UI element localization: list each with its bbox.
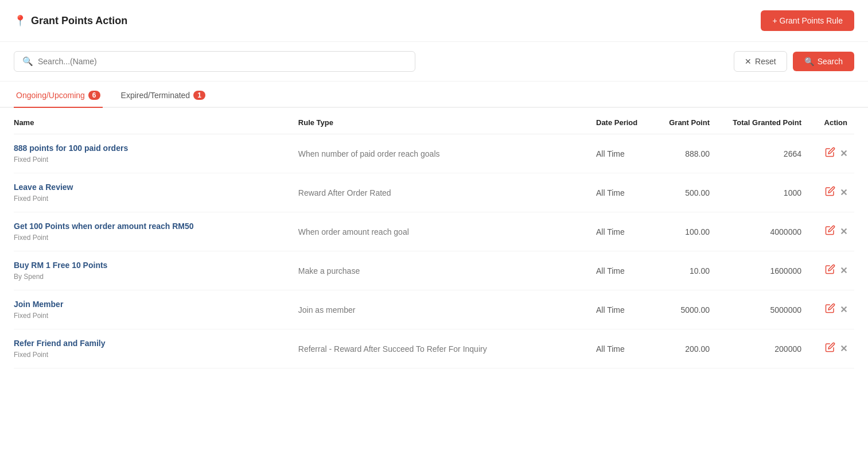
search-icon: 🔍 xyxy=(22,56,33,67)
row-name-3: Buy RM 1 Free 10 Points xyxy=(14,261,291,270)
cell-rule-type-0: When number of paid order reach goals xyxy=(298,134,596,173)
action-cell-5: ✕ xyxy=(808,342,847,355)
cell-total-granted-3: 1600000 xyxy=(717,251,808,290)
reset-button[interactable]: ✕ Reset xyxy=(734,51,787,72)
cell-grant-point-4: 5000.00 xyxy=(653,290,717,329)
page-header: 📍 Grant Points Action + Grant Points Rul… xyxy=(0,0,868,42)
table-header-row: Name Rule Type Date Period Grant Point T… xyxy=(14,108,854,134)
search-button[interactable]: 🔍 Search xyxy=(793,52,854,71)
delete-button-4[interactable]: ✕ xyxy=(840,304,847,315)
delete-button-5[interactable]: ✕ xyxy=(840,343,847,354)
tab-ongoing-label: Ongoing/Upcoming xyxy=(16,91,85,100)
date-period-val-2: All Time xyxy=(596,227,625,236)
add-grant-points-rule-button[interactable]: + Grant Points Rule xyxy=(761,10,854,31)
cell-date-period-1: All Time xyxy=(596,173,653,212)
row-name-0: 888 points for 100 paid orders xyxy=(14,143,291,153)
row-name-1: Leave a Review xyxy=(14,183,291,192)
rule-type-text-4: Join as member xyxy=(298,305,356,315)
rule-type-text-0: When number of paid order reach goals xyxy=(298,149,440,158)
table-row: Get 100 Points when order amount reach R… xyxy=(14,212,854,251)
delete-button-2[interactable]: ✕ xyxy=(840,226,847,237)
cell-grant-point-1: 500.00 xyxy=(653,173,717,212)
row-subtype-5: Fixed Point xyxy=(14,351,48,359)
table-row: 888 points for 100 paid orders Fixed Poi… xyxy=(14,134,854,173)
action-cell-4: ✕ xyxy=(808,303,847,316)
delete-button-0[interactable]: ✕ xyxy=(840,148,847,159)
row-subtype-3: By Spend xyxy=(14,273,44,281)
col-grant-point: Grant Point xyxy=(653,108,717,134)
page-title: Grant Points Action xyxy=(31,15,127,27)
table-container: Name Rule Type Date Period Grant Point T… xyxy=(0,108,868,368)
col-rule-type: Rule Type xyxy=(298,108,596,134)
date-period-val-5: All Time xyxy=(596,344,625,354)
row-subtype-2: Fixed Point xyxy=(14,234,48,242)
edit-button-3[interactable] xyxy=(825,264,835,277)
row-subtype-1: Fixed Point xyxy=(14,195,48,203)
row-subtype-4: Fixed Point xyxy=(14,312,48,320)
cell-rule-type-1: Reward After Order Rated xyxy=(298,173,596,212)
table-row: Leave a Review Fixed Point Reward After … xyxy=(14,173,854,212)
table-row: Join Member Fixed Point Join as member A… xyxy=(14,290,854,329)
cell-grant-point-5: 200.00 xyxy=(653,329,717,368)
grant-points-icon: 📍 xyxy=(14,14,26,27)
tab-expired[interactable]: Expired/Terminated 1 xyxy=(119,84,208,108)
cell-grant-point-0: 888.00 xyxy=(653,134,717,173)
tab-expired-label: Expired/Terminated xyxy=(121,91,190,100)
cell-total-granted-5: 200000 xyxy=(717,329,808,368)
row-subtype-0: Fixed Point xyxy=(14,156,48,164)
cell-date-period-0: All Time xyxy=(596,134,653,173)
tab-ongoing-badge: 6 xyxy=(88,91,100,100)
close-icon: ✕ xyxy=(745,57,752,66)
cell-total-granted-0: 2664 xyxy=(717,134,808,173)
cell-name-0: 888 points for 100 paid orders Fixed Poi… xyxy=(14,134,298,173)
cell-date-period-5: All Time xyxy=(596,329,653,368)
search-input[interactable] xyxy=(38,57,407,66)
edit-button-1[interactable] xyxy=(825,186,835,199)
delete-button-3[interactable]: ✕ xyxy=(840,265,847,276)
edit-button-0[interactable] xyxy=(825,147,835,160)
col-name: Name xyxy=(14,108,298,134)
cell-action-1: ✕ xyxy=(808,173,854,212)
action-cell-3: ✕ xyxy=(808,264,847,277)
col-action: Action xyxy=(808,108,854,134)
reset-label: Reset xyxy=(755,57,776,66)
edit-button-5[interactable] xyxy=(825,342,835,355)
search-input-wrap: 🔍 xyxy=(14,51,415,72)
tab-expired-badge: 1 xyxy=(193,91,205,100)
cell-rule-type-5: Referral - Reward After Succeed To Refer… xyxy=(298,329,596,368)
cell-name-2: Get 100 Points when order amount reach R… xyxy=(14,212,298,251)
cell-date-period-3: All Time xyxy=(596,251,653,290)
search-btn-icon: 🔍 xyxy=(804,57,814,66)
delete-button-1[interactable]: ✕ xyxy=(840,187,847,198)
grant-points-table: Name Rule Type Date Period Grant Point T… xyxy=(14,108,854,368)
cell-rule-type-4: Join as member xyxy=(298,290,596,329)
edit-button-2[interactable] xyxy=(825,225,835,238)
action-cell-0: ✕ xyxy=(808,147,847,160)
edit-button-4[interactable] xyxy=(825,303,835,316)
table-row: Buy RM 1 Free 10 Points By Spend Make a … xyxy=(14,251,854,290)
action-cell-1: ✕ xyxy=(808,186,847,199)
rule-type-text-3: Make a purchase xyxy=(298,266,360,275)
cell-name-1: Leave a Review Fixed Point xyxy=(14,173,298,212)
rule-type-text-2: When order amount reach goal xyxy=(298,227,409,236)
tab-ongoing[interactable]: Ongoing/Upcoming 6 xyxy=(14,84,103,108)
date-period-val-3: All Time xyxy=(596,266,625,275)
cell-total-granted-4: 5000000 xyxy=(717,290,808,329)
cell-action-4: ✕ xyxy=(808,290,854,329)
cell-name-3: Buy RM 1 Free 10 Points By Spend xyxy=(14,251,298,290)
col-total-granted: Total Granted Point xyxy=(717,108,808,134)
cell-total-granted-2: 4000000 xyxy=(717,212,808,251)
page-title-wrap: 📍 Grant Points Action xyxy=(14,14,127,27)
cell-action-2: ✕ xyxy=(808,212,854,251)
tabs-container: Ongoing/Upcoming 6 Expired/Terminated 1 xyxy=(0,84,868,108)
date-period-val-4: All Time xyxy=(596,305,625,315)
cell-name-5: Refer Friend and Family Fixed Point xyxy=(14,329,298,368)
cell-action-3: ✕ xyxy=(808,251,854,290)
date-period-val-1: All Time xyxy=(596,188,625,197)
col-date-period-label: Date Period xyxy=(596,118,637,127)
cell-total-granted-1: 1000 xyxy=(717,173,808,212)
cell-date-period-2: All Time xyxy=(596,212,653,251)
cell-name-4: Join Member Fixed Point xyxy=(14,290,298,329)
search-actions: ✕ Reset 🔍 Search xyxy=(734,51,854,72)
cell-action-0: ✕ xyxy=(808,134,854,173)
